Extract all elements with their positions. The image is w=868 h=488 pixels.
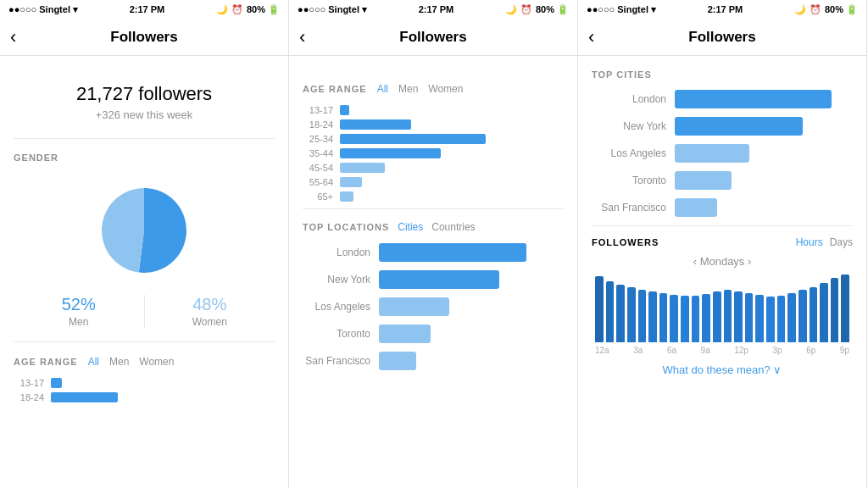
- city-bar-toronto: Toronto: [592, 171, 853, 190]
- hour-bar-4: [638, 290, 647, 342]
- loc-filter-cities[interactable]: Cities: [398, 221, 423, 233]
- time-filter-hours[interactable]: Hours: [796, 236, 823, 248]
- hour-bar-17: [777, 296, 786, 342]
- hour-bar-5: [648, 291, 657, 342]
- follower-change: +326 new this week: [14, 108, 275, 121]
- next-day-icon[interactable]: ›: [748, 255, 751, 268]
- time-filter-days[interactable]: Days: [830, 236, 853, 248]
- day-nav[interactable]: ‹ Mondays ›: [592, 255, 853, 268]
- time-2: 2:17 PM: [419, 4, 454, 14]
- hour-bar-1: [606, 281, 615, 342]
- age-bar-row-5564: 55-64: [303, 177, 564, 187]
- wifi-icon-2: ▾: [362, 4, 367, 15]
- age-bar-row: 13-17: [14, 378, 275, 388]
- city-bars: London New York Los Angeles Toronto San …: [592, 90, 853, 217]
- hour-bar-15: [755, 295, 764, 342]
- hour-bar-10: [702, 294, 710, 342]
- nav-title-3: Followers: [688, 29, 755, 46]
- prev-day-icon[interactable]: ‹: [693, 255, 697, 268]
- back-button-3[interactable]: ‹: [588, 26, 594, 48]
- age-filter-men-1[interactable]: Men: [109, 356, 129, 368]
- nav-title-1: Followers: [110, 29, 177, 46]
- followers-section-header: FOLLOWERS Hours Days: [592, 236, 853, 248]
- day-label: Mondays: [700, 255, 748, 268]
- age-filter-women-2[interactable]: Women: [428, 83, 463, 95]
- age-filter-all-2[interactable]: All: [377, 83, 388, 95]
- age-bar-row: 18-24: [14, 392, 275, 402]
- back-button-1[interactable]: ‹: [10, 26, 16, 48]
- hour-bar-19: [798, 290, 807, 342]
- what-mean-link[interactable]: What do these mean? ∨: [592, 363, 853, 376]
- gender-pie-chart: [93, 180, 195, 281]
- moon-icon-2: 🌙: [505, 4, 517, 15]
- hour-bar-12: [724, 290, 732, 342]
- panel-3-content: TOP CITIES London New York Los Angeles T…: [578, 56, 866, 488]
- age-filter-all-1[interactable]: All: [88, 356, 99, 368]
- nav-header-1: ‹ Followers: [0, 19, 288, 56]
- age-range-header-1: AGE RANGE All Men Women: [14, 356, 275, 368]
- status-bar-3: ●●○○○ Singtel ▾ 2:17 PM 🌙 ⏰ 80% 🔋: [578, 0, 866, 19]
- panel-2-content: AGE RANGE All Men Women 13-17 18-24 25-3…: [289, 56, 577, 488]
- status-bar-2: ●●○○○ Singtel ▾ 2:17 PM 🌙 ⏰ 80% 🔋: [289, 0, 577, 19]
- hour-bar-18: [787, 293, 796, 342]
- top-cities-title: TOP CITIES: [592, 69, 853, 80]
- panel-1-content: 21,727 followers +326 new this week GEND…: [0, 56, 288, 488]
- gender-label: GENDER: [14, 152, 275, 163]
- men-pct: 52%: [14, 295, 144, 314]
- alarm-icon-3: ⏰: [810, 4, 821, 15]
- status-bar-1: ●●○○○ Singtel ▾ 2:17 PM 🌙 ⏰ 80% 🔋: [0, 0, 288, 19]
- age-bars-2: 13-17 18-24 25-34 35-44 45-54 55-64: [303, 105, 564, 202]
- age-bar-row-2534: 25-34: [303, 134, 564, 144]
- gender-women: 48% Women: [145, 295, 275, 328]
- top-locations-header: TOP LOCATIONS Cities Countries: [303, 208, 564, 233]
- age-range-label-1: AGE RANGE: [14, 357, 78, 367]
- age-bar-row-1824: 18-24: [303, 119, 564, 130]
- loc-bar-toronto: Toronto: [303, 324, 564, 343]
- city-bar-la: Los Angeles: [592, 144, 853, 163]
- age-bar-row-1317: 13-17: [303, 105, 564, 115]
- loc-filter-countries[interactable]: Countries: [431, 221, 475, 233]
- gender-section: 52% Men 48% Women: [14, 173, 275, 342]
- battery-1: 80% 🔋: [247, 4, 280, 15]
- city-bar-sf: San Francisco: [592, 198, 853, 217]
- hour-bar-13: [734, 291, 743, 342]
- age-range-label-2: AGE RANGE: [303, 84, 367, 94]
- carrier-2: ●●○○○ Singtel: [298, 4, 359, 14]
- age-filter-men-2[interactable]: Men: [398, 83, 418, 95]
- wifi-icon-3: ▾: [651, 4, 656, 15]
- hour-bar-21: [820, 283, 828, 342]
- loc-bar-newyork: New York: [303, 270, 564, 289]
- men-label: Men: [14, 316, 144, 328]
- alarm-icon-1: ⏰: [231, 4, 243, 15]
- loc-bar-london: London: [303, 243, 564, 262]
- age-bar-row-4554: 45-54: [303, 163, 564, 173]
- hour-bar-11: [713, 291, 721, 342]
- wifi-icon-1: ▾: [73, 4, 78, 15]
- follower-number: 21,727 followers: [14, 83, 275, 105]
- hour-bar-7: [670, 295, 678, 342]
- follower-count: 21,727 followers +326 new this week: [14, 69, 275, 139]
- nav-header-2: ‹ Followers: [289, 19, 577, 56]
- back-button-2[interactable]: ‹: [299, 26, 305, 48]
- women-label: Women: [145, 316, 275, 328]
- time-3: 2:17 PM: [708, 4, 743, 14]
- city-bar-newyork: New York: [592, 117, 853, 136]
- panel-2: ●●○○○ Singtel ▾ 2:17 PM 🌙 ⏰ 80% 🔋 ‹ Foll…: [289, 0, 578, 488]
- gender-stats: 52% Men 48% Women: [14, 295, 275, 328]
- hour-bar-20: [810, 287, 818, 342]
- hour-bar-0: [595, 276, 604, 342]
- loc-bar-la: Los Angeles: [303, 297, 564, 316]
- time-1: 2:17 PM: [130, 4, 165, 14]
- status-left-1: ●●○○○ Singtel ▾: [8, 4, 78, 15]
- gender-men: 52% Men: [14, 295, 145, 328]
- alarm-icon-2: ⏰: [520, 4, 532, 15]
- battery-3: 80% 🔋: [825, 4, 858, 15]
- followers-section-title: FOLLOWERS: [592, 237, 659, 247]
- age-range-header-2: AGE RANGE All Men Women: [303, 83, 564, 95]
- age-bars-1: 13-17 18-24: [14, 378, 275, 402]
- hour-bar-16: [766, 297, 775, 342]
- age-bar-row-65plus: 65+: [303, 191, 564, 202]
- hour-bar-3: [627, 287, 636, 342]
- location-bars: London New York Los Angeles Toronto San …: [303, 243, 564, 370]
- age-filter-women-1[interactable]: Women: [139, 356, 174, 368]
